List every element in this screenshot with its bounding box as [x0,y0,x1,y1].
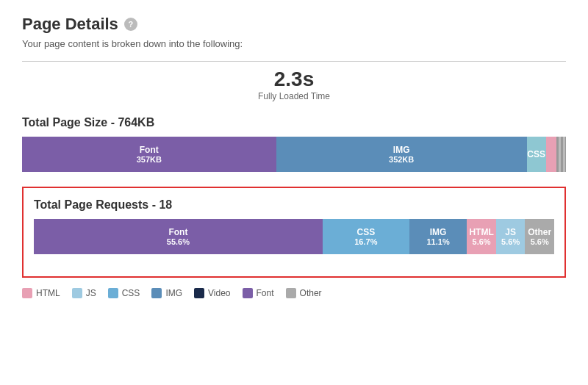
subtitle: Your page content is broken down into th… [22,38,566,49]
req-segment-0: Font55.6% [34,219,323,254]
legend-item-css: CSS [108,288,140,298]
legend-item-js: JS [72,288,96,298]
loaded-time-value: 2.3s [274,68,315,91]
legend-item-other: Other [286,288,322,298]
req-segment-3: HTML5.6% [467,219,496,254]
size-segment-4 [556,137,566,172]
loaded-time-container: 2.3s Fully Loaded Time [22,61,566,101]
legend-item-html: HTML [22,288,60,298]
legend-item-video: Video [194,288,230,298]
page-requests-bar: Font55.6%CSS16.7%IMG11.1%HTML5.6%JS5.6%O… [34,219,554,254]
legend-item-img: IMG [151,288,182,298]
legend-swatch-html [22,288,32,298]
page-title-row: Page Details ? [22,15,566,34]
req-segment-5: Other5.6% [525,219,554,254]
legend-swatch-video [194,288,204,298]
size-segment-0: Font357KB [22,137,276,172]
legend-swatch-js [72,288,82,298]
page-size-title: Total Page Size - 764KB [22,116,566,129]
legend-item-font: Font [243,288,274,298]
page-size-bar: Font357KBIMG352KBCSS [22,137,566,172]
loaded-time-label: Fully Loaded Time [258,91,330,101]
help-icon[interactable]: ? [124,18,137,31]
requests-section: Total Page Requests - 18 Font55.6%CSS16.… [22,187,566,278]
legend-swatch-css [108,288,118,298]
req-segment-1: CSS16.7% [323,219,409,254]
page-requests-title: Total Page Requests - 18 [34,198,554,212]
req-segment-2: IMG11.1% [409,219,467,254]
size-segment-1: IMG352KB [276,137,527,172]
loaded-time-line [22,61,566,62]
size-segment-3 [546,137,557,172]
page-title: Page Details [22,15,118,34]
legend-swatch-font [243,288,253,298]
legend-swatch-other [286,288,296,298]
legend-row: HTMLJSCSSIMGVideoFontOther [22,288,566,298]
size-segment-2: CSS [527,137,546,172]
legend-swatch-img [151,288,162,298]
req-segment-4: JS5.6% [496,219,526,254]
